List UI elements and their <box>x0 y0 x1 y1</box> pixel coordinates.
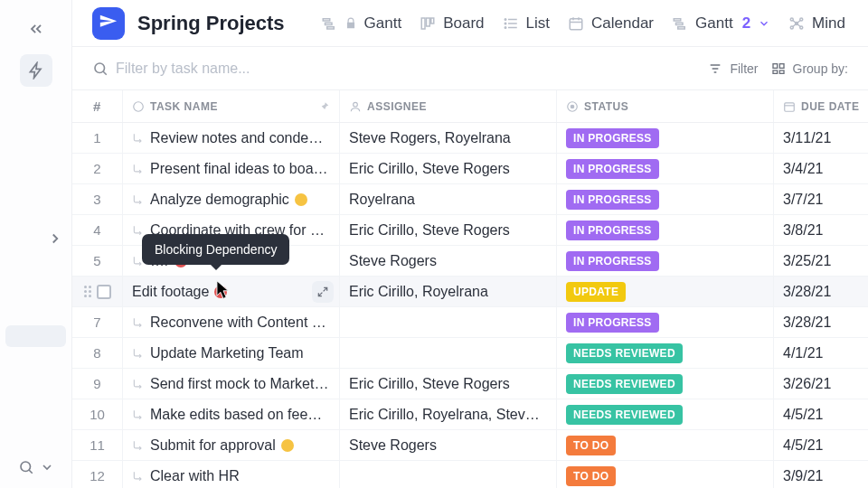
col-assignee[interactable]: ASSIGNEE <box>340 90 557 122</box>
svg-point-12 <box>505 26 506 28</box>
table-row[interactable]: 10Make edits based on feedba…Eric Cirill… <box>72 399 868 430</box>
due-cell[interactable]: 3/28/21 <box>774 277 868 306</box>
status-cell[interactable]: NEEDS REVIEWED <box>557 399 774 429</box>
col-due[interactable]: DUE DATE <box>774 90 868 122</box>
filter-button[interactable]: Filter <box>708 61 758 76</box>
lock-icon <box>344 17 357 30</box>
table-row[interactable]: 1Review notes and conden…Steve Rogers, R… <box>72 123 868 154</box>
table-row[interactable]: 7Reconvene with Content …IN PROGRESS3/28… <box>72 307 868 338</box>
due-cell[interactable]: 4/1/21 <box>774 338 868 368</box>
assignee-cell[interactable]: Eric Cirillo, Royelrana, Steve … <box>340 399 557 429</box>
project-logo[interactable] <box>92 7 125 40</box>
assignee-cell[interactable]: Eric Cirillo, Steve Rogers <box>340 215 557 245</box>
assignee-cell[interactable]: Steve Rogers <box>340 246 557 276</box>
due-cell[interactable]: 3/9/21 <box>774 461 868 488</box>
table-row[interactable]: 8Update Marketing TeamNEEDS REVIEWED4/1/… <box>72 338 868 369</box>
status-cell[interactable]: UPDATE <box>557 277 774 306</box>
assignee-cell[interactable]: Royelrana <box>340 184 557 214</box>
due-cell[interactable]: 3/25/21 <box>774 246 868 276</box>
drag-handle-icon[interactable] <box>84 286 91 297</box>
view-gantt-1[interactable]: Gantt <box>321 14 402 33</box>
status-badge: IN PROGRESS <box>566 128 659 148</box>
status-cell[interactable]: NEEDS REVIEWED <box>557 369 774 399</box>
task-cell[interactable]: Clear with HR <box>123 461 340 488</box>
due-cell[interactable]: 4/5/21 <box>774 430 868 460</box>
dependency-marker[interactable] <box>295 193 307 206</box>
svg-point-40 <box>571 105 574 108</box>
svg-point-10 <box>505 18 506 20</box>
table-row[interactable]: 2Present final ideas to boa…Eric Cirillo… <box>72 154 868 184</box>
groupby-button[interactable]: Group by: <box>771 61 848 76</box>
view-label: Calendar <box>591 14 654 33</box>
row-index: 2 <box>72 154 123 183</box>
status-cell[interactable]: TO DO <box>557 461 774 488</box>
col-task[interactable]: TASK NAME <box>123 90 340 122</box>
table-row[interactable]: 12Clear with HRTO DO3/9/21 <box>72 461 868 488</box>
task-cell[interactable]: Make edits based on feedba… <box>123 399 340 429</box>
task-cell[interactable]: Edit footage <box>123 277 340 306</box>
due-cell[interactable]: 3/26/21 <box>774 369 868 399</box>
expand-rail-button[interactable] <box>0 230 72 247</box>
status-badge: TO DO <box>566 466 616 486</box>
table-row[interactable]: Edit footageEric Cirillo, RoyelranaUPDAT… <box>72 277 868 307</box>
rail-dropdown[interactable] <box>40 460 54 474</box>
automation-button[interactable] <box>20 54 52 87</box>
view-count: 2 <box>742 14 750 33</box>
col-status[interactable]: STATUS <box>557 90 774 122</box>
view-gantt-2[interactable]: Gantt 2 <box>672 14 770 33</box>
pin-icon[interactable] <box>317 100 330 113</box>
task-cell[interactable]: Update Marketing Team <box>123 338 340 368</box>
subtask-icon <box>132 439 145 452</box>
task-cell[interactable]: Submit for approval <box>123 430 340 460</box>
view-mindmap[interactable]: Mind Map <box>788 14 848 33</box>
view-label: Board <box>443 14 484 33</box>
task-cell[interactable]: Reconvene with Content … <box>123 307 340 337</box>
subtask-icon <box>132 470 145 483</box>
assignee-cell[interactable]: Eric Cirillo, Steve Rogers <box>340 369 557 399</box>
due-cell[interactable]: 3/28/21 <box>774 307 868 337</box>
chevrons-left-icon <box>27 20 45 38</box>
status-cell[interactable]: IN PROGRESS <box>557 123 774 153</box>
table-row[interactable]: 3Analyze demographicRoyelranaIN PROGRESS… <box>72 184 868 215</box>
assignee-cell[interactable] <box>340 461 557 488</box>
svg-rect-13 <box>570 18 582 29</box>
status-cell[interactable]: NEEDS REVIEWED <box>557 338 774 368</box>
due-cell[interactable]: 3/8/21 <box>774 215 868 245</box>
dependency-marker[interactable] <box>281 439 294 452</box>
col-num[interactable]: # <box>72 90 123 122</box>
status-cell[interactable]: IN PROGRESS <box>557 307 774 337</box>
status-cell[interactable]: IN PROGRESS <box>557 246 774 276</box>
view-list[interactable]: List <box>503 14 550 33</box>
list-icon <box>503 15 519 32</box>
assignee-cell[interactable]: Eric Cirillo, Royelrana <box>340 277 557 306</box>
task-cell[interactable]: Present final ideas to boa… <box>123 154 340 183</box>
due-cell[interactable]: 3/11/21 <box>774 123 868 153</box>
status-badge: NEEDS REVIEWED <box>566 374 683 394</box>
status-cell[interactable]: IN PROGRESS <box>557 154 774 183</box>
collapse-sidebar-button[interactable] <box>20 13 52 45</box>
assignee-cell[interactable]: Steve Rogers, Royelrana <box>340 123 557 153</box>
search-button[interactable] <box>18 459 34 475</box>
assignee-cell[interactable] <box>340 307 557 337</box>
status-cell[interactable]: IN PROGRESS <box>557 215 774 245</box>
view-board[interactable]: Board <box>420 14 484 33</box>
status-cell[interactable]: TO DO <box>557 430 774 460</box>
table-row[interactable]: 11Submit for approvalSteve RogersTO DO4/… <box>72 430 868 461</box>
task-cell[interactable]: Review notes and conden… <box>123 123 340 153</box>
assignee-cell[interactable]: Eric Cirillo, Steve Rogers <box>340 154 557 183</box>
due-cell[interactable]: 4/5/21 <box>774 399 868 429</box>
row-index: 5 <box>72 246 123 276</box>
assignee-cell[interactable] <box>340 338 557 368</box>
task-cell[interactable]: Send first mock to Marketing… <box>123 369 340 399</box>
due-cell[interactable]: 3/4/21 <box>774 154 868 183</box>
expand-task-button[interactable] <box>312 281 334 303</box>
view-calendar[interactable]: Calendar <box>568 14 654 33</box>
table-row[interactable]: 9Send first mock to Marketing…Eric Ciril… <box>72 369 868 399</box>
filter-input[interactable] <box>116 61 333 77</box>
status-cell[interactable]: IN PROGRESS <box>557 184 774 214</box>
subtask-icon <box>132 224 145 237</box>
assignee-cell[interactable]: Steve Rogers <box>340 430 557 460</box>
row-checkbox[interactable] <box>97 285 111 299</box>
task-cell[interactable]: Analyze demographic <box>123 184 340 214</box>
due-cell[interactable]: 3/7/21 <box>774 184 868 214</box>
